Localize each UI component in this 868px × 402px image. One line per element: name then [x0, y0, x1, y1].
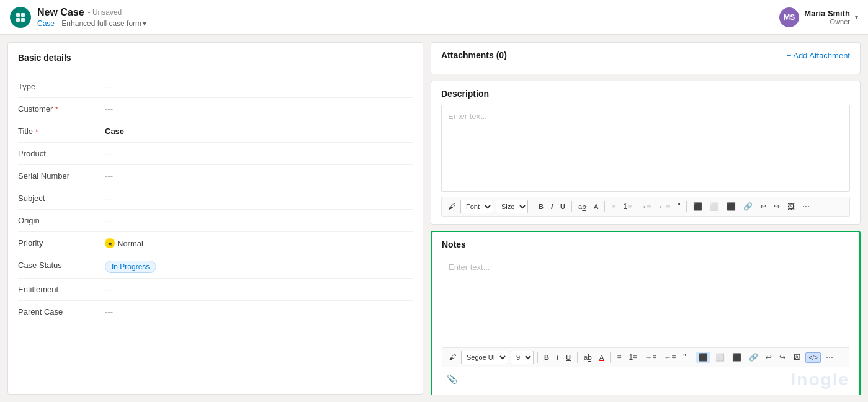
description-size-select[interactable]: Size: [496, 200, 528, 213]
description-editor[interactable]: Enter text...: [441, 105, 850, 192]
notes-bold-button[interactable]: B: [542, 352, 552, 362]
status-badge[interactable]: In Progress: [105, 261, 156, 273]
notes-size-select[interactable]: 9: [511, 351, 534, 364]
attachments-card: Attachments (0) + Add Attachment: [431, 42, 861, 74]
value-serial[interactable]: ---: [105, 170, 413, 181]
notes-editor[interactable]: Enter text...: [442, 256, 849, 342]
toolbar-paint-icon[interactable]: 🖌: [445, 201, 458, 212]
desc-align-left[interactable]: ⬛: [691, 201, 705, 212]
add-attachment-label: + Add Attachment: [787, 51, 850, 60]
value-priority[interactable]: ★ Normal: [105, 237, 413, 248]
main-content: Basic details Type --- Customer * --- Ti…: [0, 35, 868, 402]
desc-italic-button[interactable]: I: [548, 202, 555, 212]
desc-bold-button[interactable]: B: [536, 202, 546, 212]
breadcrumb-form[interactable]: Enhanced full case form ▾: [61, 19, 146, 28]
form-row-origin: Origin ---: [18, 210, 413, 232]
notes-link-button[interactable]: 🔗: [746, 352, 761, 363]
value-title[interactable]: Case: [105, 125, 413, 136]
toolbar-sep-1: [532, 201, 532, 212]
value-type[interactable]: ---: [105, 81, 413, 91]
description-header: Description: [441, 89, 850, 99]
value-origin[interactable]: ---: [105, 215, 413, 225]
notes-card: Notes Enter text... 🖌 Segoe UI 9 B I U a…: [431, 231, 861, 395]
desc-ordered-list-button[interactable]: 1≡: [620, 201, 634, 212]
notes-header: Notes: [442, 239, 849, 249]
description-card: Description Enter text... 🖌 Font Size B …: [431, 81, 861, 225]
form-row-entitlement: Entitlement ---: [18, 279, 413, 301]
value-subject[interactable]: ---: [105, 192, 413, 203]
notes-italic-button[interactable]: I: [554, 352, 561, 362]
notes-font-color-button[interactable]: A: [597, 352, 606, 362]
label-title: Title *: [18, 125, 105, 136]
desc-quote-button[interactable]: ": [675, 201, 682, 212]
desc-highlight-button[interactable]: ab̲: [576, 202, 589, 212]
form-row-status: Case Status In Progress: [18, 254, 413, 279]
notes-redo-button[interactable]: ↪: [777, 352, 788, 363]
desc-align-right[interactable]: ⬛: [724, 201, 738, 212]
page-title: New Case - Unsaved: [37, 7, 146, 18]
priority-icon: ★: [105, 238, 115, 248]
notes-list-button[interactable]: ≡: [614, 352, 624, 363]
svg-rect-3: [21, 18, 25, 22]
value-customer[interactable]: ---: [105, 103, 413, 114]
label-origin: Origin: [18, 215, 105, 225]
label-priority: Priority: [18, 237, 105, 248]
desc-link-button[interactable]: 🔗: [741, 201, 755, 212]
description-font-select[interactable]: Font: [460, 200, 493, 213]
desc-image-button[interactable]: 🖼: [785, 201, 797, 212]
form-row-customer: Customer * ---: [18, 98, 413, 120]
label-product: Product: [18, 148, 105, 158]
basic-details-title: Basic details: [18, 53, 413, 68]
notes-more-button[interactable]: ⋯: [823, 352, 836, 363]
desc-outdent-button[interactable]: ←≡: [656, 201, 673, 212]
required-star-customer: *: [55, 105, 58, 113]
notes-sep-2: [577, 352, 578, 363]
app-icon: [10, 7, 31, 28]
desc-list-button[interactable]: ≡: [609, 201, 618, 212]
notes-ordered-list-button[interactable]: 1≡: [626, 352, 640, 363]
right-panel: Attachments (0) + Add Attachment Descrip…: [431, 42, 861, 395]
notes-align-left[interactable]: ⬛: [696, 352, 710, 363]
notes-sep-4: [692, 352, 692, 363]
desc-more-button[interactable]: ⋯: [800, 201, 812, 212]
notes-font-select[interactable]: Segoe UI: [461, 351, 508, 364]
priority-label: Normal: [117, 239, 143, 248]
attachments-title: Attachments (0): [441, 50, 507, 60]
value-status[interactable]: In Progress: [105, 259, 413, 273]
header-right: MS Maria Smith Owner ▾: [779, 7, 858, 27]
notes-indent-button[interactable]: →≡: [642, 352, 659, 363]
notes-align-right[interactable]: ⬛: [730, 352, 744, 363]
notes-highlight-button[interactable]: ab̲: [581, 352, 594, 363]
value-entitlement[interactable]: ---: [105, 284, 413, 294]
notes-align-center[interactable]: ⬜: [713, 352, 727, 363]
form-row-parent-case: Parent Case ---: [18, 301, 413, 323]
notes-image-button[interactable]: 🖼: [790, 352, 803, 363]
notes-attachment-icon[interactable]: 📎: [447, 374, 457, 384]
header: New Case - Unsaved Case · Enhanced full …: [0, 0, 868, 35]
notes-title: Notes: [442, 239, 466, 249]
notes-underline-button[interactable]: U: [563, 352, 573, 362]
label-serial: Serial Number: [18, 170, 105, 181]
label-entitlement: Entitlement: [18, 284, 105, 294]
notes-paint-icon[interactable]: 🖌: [446, 352, 459, 363]
notes-outdent-button[interactable]: ←≡: [661, 352, 678, 363]
desc-align-center[interactable]: ⬜: [707, 201, 722, 212]
notes-quote-button[interactable]: ": [681, 352, 688, 363]
form-row-serial: Serial Number ---: [18, 165, 413, 187]
value-product[interactable]: ---: [105, 148, 413, 158]
label-customer: Customer *: [18, 103, 105, 114]
desc-underline-button[interactable]: U: [558, 202, 568, 212]
value-parent-case[interactable]: ---: [105, 306, 413, 316]
user-initials: MS: [784, 13, 795, 22]
add-attachment-button[interactable]: + Add Attachment: [787, 51, 850, 60]
desc-font-color-button[interactable]: A: [591, 202, 601, 212]
notes-source-button[interactable]: </>: [805, 352, 820, 363]
breadcrumb-case[interactable]: Case: [37, 19, 55, 28]
unsaved-label: - Unsaved: [88, 8, 122, 17]
breadcrumb: Case · Enhanced full case form ▾: [37, 19, 146, 28]
desc-undo-button[interactable]: ↩: [758, 201, 769, 212]
desc-indent-button[interactable]: →≡: [637, 201, 653, 212]
user-chevron[interactable]: ▾: [855, 14, 858, 20]
notes-undo-button[interactable]: ↩: [763, 352, 774, 363]
desc-redo-button[interactable]: ↪: [771, 201, 782, 212]
